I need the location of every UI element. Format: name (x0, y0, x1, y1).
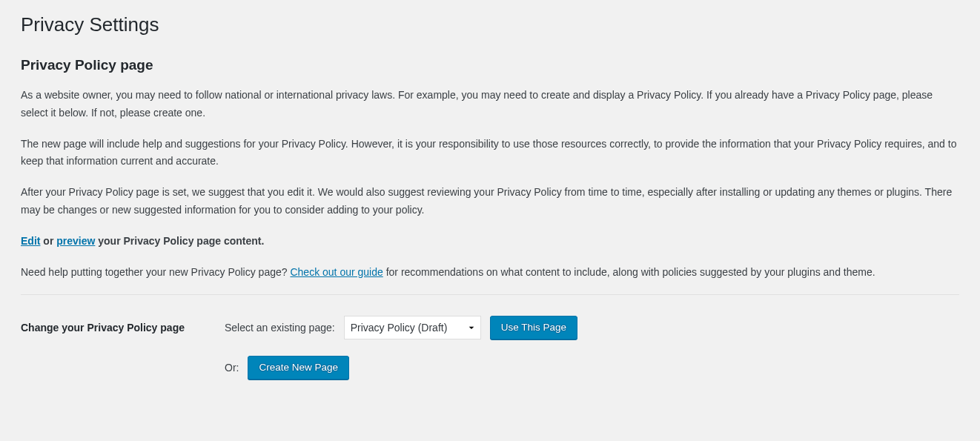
create-new-page-button[interactable]: Create New Page (248, 356, 349, 379)
or-label: Or: (225, 362, 239, 374)
help-suffix: for recommendations on what content to i… (383, 266, 875, 278)
preview-link[interactable]: preview (56, 235, 95, 247)
intro-paragraph-2: The new page will include help and sugge… (21, 136, 959, 171)
help-prefix: Need help putting together your new Priv… (21, 266, 290, 278)
edit-link[interactable]: Edit (21, 235, 40, 247)
guide-link[interactable]: Check out our guide (290, 266, 383, 278)
form-section-label: Change your Privacy Policy page (21, 316, 225, 336)
edit-or-text: or (40, 235, 56, 247)
intro-paragraph-3: After your Privacy Policy page is set, w… (21, 184, 959, 219)
privacy-page-form: Change your Privacy Policy page Select a… (21, 316, 959, 396)
edit-rest-text: your Privacy Policy page content. (95, 235, 264, 247)
section-heading: Privacy Policy page (21, 57, 959, 73)
page-select[interactable]: Privacy Policy (Draft) (344, 316, 481, 339)
intro-paragraph-1: As a website owner, you may need to foll… (21, 87, 959, 122)
help-line: Need help putting together your new Priv… (21, 264, 959, 282)
divider (21, 294, 959, 295)
select-existing-label: Select an existing page: (225, 322, 335, 334)
use-this-page-button[interactable]: Use This Page (490, 316, 577, 339)
edit-preview-line: Edit or preview your Privacy Policy page… (21, 233, 959, 251)
page-title: Privacy Settings (21, 13, 959, 36)
